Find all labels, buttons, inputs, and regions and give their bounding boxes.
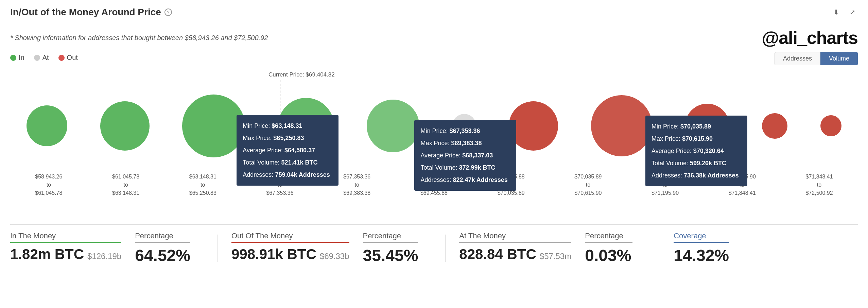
legend-in-label: In: [19, 54, 24, 62]
in-usd: $126.19b: [87, 252, 121, 261]
stat-group-coverage: Coverage 14.32%: [674, 232, 743, 265]
tooltip-2: Min Price: $67,353.36 Max Price: $69,383…: [414, 120, 516, 191]
chart-area: Current Price: $69,404.82 TheBlock Min P…: [10, 71, 858, 214]
legend-dot-green: [10, 55, 16, 61]
axis-label-11: $71,848.41to$72,500.92: [806, 173, 833, 197]
page-title: In/Out of the Money Around Price: [10, 7, 161, 18]
legend-row: In At Out: [10, 54, 78, 62]
bubble-col-2: [100, 101, 150, 151]
stat-group-at: At The Money 828.84 BTC $57.53m: [459, 232, 585, 262]
help-icon[interactable]: ?: [164, 8, 172, 16]
legend-at: At: [34, 54, 49, 62]
toggle-row: Addresses Volume: [775, 52, 858, 65]
volume-toggle[interactable]: Volume: [820, 52, 858, 65]
bubble-col-3: Min Price: $63,148.31 Max Price: $65,250…: [182, 95, 245, 157]
axis-label-3: $63,148.31to$65,250.83: [189, 173, 216, 197]
bubble-col-7: [509, 101, 558, 151]
out-btc: 998.91k BTC: [231, 246, 316, 262]
bubble-10: [762, 113, 787, 139]
pct-in-label: Percentage: [135, 232, 190, 240]
subtitle-row: * Showing information for addresses that…: [10, 28, 858, 48]
bubble-2: [100, 101, 150, 151]
expand-icon[interactable]: ⤢: [847, 7, 858, 18]
page-container: In/Out of the Money Around Price ? ⬇ ⤢ *…: [0, 0, 868, 272]
watermark: @ali_charts: [762, 28, 858, 48]
bubble-col-8: Min Price: $70,035.89 Max Price: $70,615…: [591, 95, 652, 156]
subtitle-text: * Showing information for addresses that…: [10, 34, 268, 42]
bubble-col-10: [762, 113, 787, 139]
bubbles-row: Min Price: $63,148.31 Max Price: $65,250…: [10, 82, 858, 170]
out-the-money-label: Out Of The Money: [231, 232, 349, 240]
coverage-value: 14.32%: [674, 246, 729, 265]
coverage-label: Coverage: [674, 232, 729, 240]
in-the-money-label: In The Money: [10, 232, 121, 240]
legend-out-label: Out: [67, 54, 78, 62]
bubble-8: [591, 95, 652, 156]
bubble-5: [367, 100, 419, 152]
at-btc: 828.84 BTC: [459, 246, 536, 262]
header-row: In/Out of the Money Around Price ? ⬇ ⤢: [10, 7, 858, 22]
legend-in: In: [10, 54, 24, 62]
header-left: In/Out of the Money Around Price ?: [10, 7, 172, 18]
stat-group-pct-out: Percentage 35.45%: [363, 232, 432, 265]
out-underline: [231, 242, 349, 243]
pct-out-underline: [363, 242, 418, 243]
divider-1: [218, 235, 218, 262]
divider-3: [660, 235, 660, 262]
pct-at-label: Percentage: [585, 232, 632, 240]
out-the-money-value: 998.91k BTC $69.33b: [231, 246, 349, 262]
legend-at-label: At: [42, 54, 49, 62]
axis-label-1: $58,943.26to$61,045.78: [35, 173, 62, 197]
pct-out-label: Percentage: [363, 232, 418, 240]
stat-group-pct-at: Percentage 0.03%: [585, 232, 646, 265]
download-icon[interactable]: ⬇: [831, 7, 841, 18]
axis-label-2: $61,045.78to$63,148.31: [112, 173, 139, 197]
pct-in-underline: [135, 242, 190, 243]
pct-in-value: 64.52%: [135, 246, 190, 265]
bubble-1: [27, 105, 67, 146]
bubble-col-1: [27, 105, 67, 146]
at-the-money-value: 828.84 BTC $57.53m: [459, 246, 571, 262]
pct-out-value: 35.45%: [363, 246, 418, 265]
bubble-col-11: [820, 115, 841, 136]
tooltip-3: Min Price: $70,035.89 Max Price: $70,615…: [645, 116, 747, 186]
header-icons: ⬇ ⤢: [831, 7, 858, 18]
bubble-3: [182, 95, 245, 157]
stat-group-pct-in: Percentage 64.52%: [135, 232, 204, 265]
axis-label-5: $67,353.36to$69,383.38: [343, 173, 370, 197]
legend-dot-orange: [58, 55, 65, 61]
addresses-toggle[interactable]: Addresses: [775, 52, 820, 65]
axis-label-8: $70,035.89to$70,615.90: [574, 173, 602, 197]
legend-dot-gray: [34, 55, 40, 61]
coverage-underline: [674, 242, 729, 243]
divider-2: [445, 235, 446, 262]
in-underline: [10, 242, 121, 243]
out-usd: $69.33b: [320, 252, 349, 261]
stat-group-out: Out Of The Money 998.91k BTC $69.33b: [231, 232, 363, 262]
at-underline: [459, 242, 571, 243]
current-price-label: Current Price: $69,404.82: [268, 71, 335, 78]
bubble-11: [820, 115, 841, 136]
in-btc: 1.82m BTC: [10, 246, 84, 262]
pct-at-underline: [585, 242, 632, 243]
tooltip-1: Min Price: $63,148.31 Max Price: $65,250…: [237, 115, 338, 186]
bubble-7: [509, 101, 558, 151]
bubble-col-5: Min Price: $67,353.36 Max Price: $69,383…: [367, 100, 419, 152]
legend-out: Out: [58, 54, 78, 62]
pct-at-value: 0.03%: [585, 246, 632, 265]
stat-group-in: In The Money 1.82m BTC $126.19b: [10, 232, 135, 262]
stats-footer: In The Money 1.82m BTC $126.19b Percenta…: [10, 224, 858, 265]
in-the-money-value: 1.82m BTC $126.19b: [10, 246, 121, 262]
at-the-money-label: At The Money: [459, 232, 571, 240]
at-usd: $57.53m: [540, 252, 571, 261]
